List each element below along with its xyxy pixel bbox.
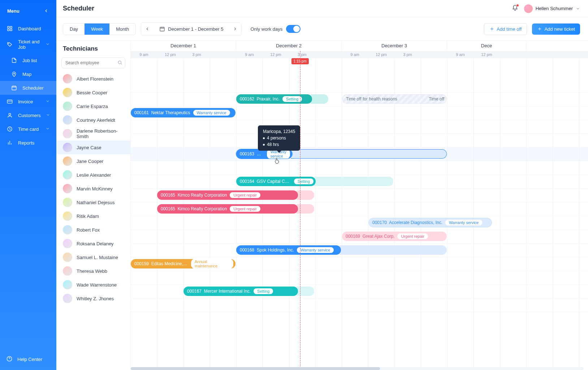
- search-icon: [117, 60, 122, 65]
- svg-rect-2: [8, 29, 9, 31]
- hour-label: 3 pm: [289, 51, 315, 58]
- avatar: [63, 88, 72, 97]
- sidebar-item-map[interactable]: Map: [0, 67, 56, 81]
- technician-row[interactable]: Jayne Case: [56, 141, 130, 154]
- cal-icon: [11, 85, 17, 91]
- search-technician-input[interactable]: [61, 57, 125, 68]
- sidebar-item-dashboard[interactable]: Dashboard: [0, 22, 56, 35]
- avatar: [63, 143, 72, 152]
- view-week-button[interactable]: Week: [85, 23, 109, 35]
- technician-row[interactable]: Carrie Esparza: [56, 99, 130, 113]
- user-menu[interactable]: Hellen Schummer: [524, 4, 580, 13]
- technician-row[interactable]: Albert Florenstein: [56, 72, 130, 86]
- ticket-bar[interactable]: 000162 Praxair, Inc.Setting: [236, 94, 312, 104]
- view-day-button[interactable]: Day: [63, 23, 85, 35]
- technician-row[interactable]: Whitley Z. Jhones: [56, 292, 130, 305]
- sidebar-item-ticketjob[interactable]: Ticket and Job: [0, 35, 56, 53]
- ticket-bar[interactable]: 000159 Editas Medicine, IncAnnual mainte…: [131, 259, 235, 268]
- sidebar-item-label: Invoice: [18, 99, 33, 104]
- technician-name: Robert Fox: [77, 227, 100, 233]
- ticket-bar[interactable]: 000165 Kimco Realty CorporationUrgent re…: [157, 190, 298, 200]
- technician-name: Courtney Akerfeldt: [77, 117, 115, 123]
- workdays-toggle[interactable]: [286, 25, 301, 33]
- add-time-off-label: Add time off: [497, 26, 522, 32]
- sidebar-item-customers[interactable]: Customers: [0, 108, 56, 122]
- timeline[interactable]: December 1December 2December 3Dece 9 am1…: [131, 41, 588, 370]
- collapse-sidebar-button[interactable]: [42, 7, 51, 15]
- technician-row[interactable]: Marvin McKinney: [56, 182, 130, 195]
- hour-label: 9 am: [447, 51, 474, 58]
- technician-name: Bessie Cooper: [77, 90, 107, 95]
- notifications-button[interactable]: [512, 5, 518, 12]
- card-icon: [7, 98, 13, 105]
- help-center-link[interactable]: Help Center: [0, 350, 56, 370]
- add-new-ticket-button[interactable]: Add new ticket: [532, 23, 580, 35]
- avatar: [63, 294, 72, 303]
- notification-dot: [516, 4, 519, 7]
- plus-icon: [537, 26, 542, 31]
- add-new-ticket-label: Add new ticket: [544, 26, 575, 32]
- technician-row[interactable]: Roksana Delaney: [56, 237, 130, 250]
- technician-row[interactable]: Theresa Webb: [56, 264, 130, 278]
- ticket-bar[interactable]: 000170 Accelerate Diagnostics, Inc.Warra…: [368, 218, 492, 227]
- ticket-bar[interactable]: Time off for health reasonsTime off: [342, 94, 447, 104]
- avatar: [524, 4, 533, 13]
- chevron-left-icon: [44, 8, 49, 13]
- ticket-bar[interactable]: 000165 Kimco Realty CorporationUrgent re…: [157, 204, 298, 214]
- timeline-scrollbar[interactable]: [131, 367, 584, 370]
- event-tag: Warranty service: [297, 247, 334, 253]
- ticket-bar[interactable]: 000168 Spok Holdings, Inc.Warranty servi…: [236, 245, 341, 255]
- technician-row[interactable]: Bessie Cooper: [56, 86, 130, 99]
- technician-row[interactable]: Robert Fox: [56, 223, 130, 237]
- avatar: [63, 266, 72, 276]
- svg-point-27: [118, 61, 121, 64]
- hour-label: 9 am: [236, 51, 263, 58]
- event-label: Time off for health reasons: [346, 96, 397, 102]
- help-center-label: Help Center: [17, 357, 42, 362]
- technician-name: Albert Florenstein: [77, 76, 113, 82]
- prev-range-button[interactable]: [141, 23, 154, 35]
- ticket-bar[interactable]: 000167 Mercer International Inc.Setting: [183, 287, 298, 296]
- technician-row[interactable]: Jane Cooper: [56, 154, 130, 168]
- avatar: [63, 156, 72, 166]
- add-time-off-button[interactable]: Add time off: [484, 23, 527, 35]
- technician-row[interactable]: Ritik Adam: [56, 209, 130, 223]
- event-label: 000165 Kimco Realty Corporation: [161, 206, 227, 211]
- hour-label: 3 pm: [183, 51, 210, 58]
- ticket-bar[interactable]: 000164 GSV Capital CorpSetting: [236, 177, 316, 186]
- event-label: 000159 Editas Medicine, Inc: [134, 261, 188, 266]
- view-month-button[interactable]: Month: [109, 23, 135, 35]
- event-tag: Setting: [254, 288, 273, 294]
- technician-row[interactable]: Courtney Akerfeldt: [56, 113, 130, 127]
- technician-row[interactable]: Darlene Robertson-Smith: [56, 127, 130, 141]
- topbar: Scheduler Hellen Schummer: [56, 0, 588, 17]
- file-icon: [11, 57, 17, 64]
- technician-name: Wade Warrenstone: [77, 282, 117, 288]
- avatar: [63, 198, 72, 207]
- sidebar-item-label: Dashboard: [18, 26, 41, 31]
- sidebar-item-joblist[interactable]: Job list: [0, 53, 56, 67]
- date-range-button[interactable]: December 1 - December 5: [154, 23, 229, 35]
- technician-row[interactable]: Leslie Alexander: [56, 168, 130, 182]
- technician-row[interactable]: Nathaniel Dejesus: [56, 195, 130, 209]
- event-tag: Urgent repair: [397, 233, 428, 239]
- day-label: December 2: [236, 41, 342, 51]
- sidebar-item-label: Customers: [18, 113, 41, 118]
- event-label: 000164 GSV Capital Corp: [240, 179, 291, 184]
- event-tooltip: Maricopa, 123454 persons48 hrs: [258, 125, 300, 151]
- next-range-button[interactable]: [229, 23, 241, 35]
- sidebar-item-timecard[interactable]: Time card: [0, 122, 56, 136]
- sidebar-item-scheduler[interactable]: Scheduler: [0, 81, 56, 95]
- technician-row[interactable]: Wade Warrenstone: [56, 278, 130, 292]
- hour-label: 9 am: [342, 51, 368, 58]
- sidebar-item-label: Reports: [18, 140, 35, 146]
- sidebar-item-invoice[interactable]: Invoice: [0, 95, 56, 108]
- workdays-label: Only work days: [250, 26, 282, 32]
- sidebar-item-reports[interactable]: Reports: [0, 136, 56, 150]
- technician-row[interactable]: Samuel L. Mustaine: [56, 250, 130, 264]
- ticket-bar[interactable]: 000169 Great Ajax Corp.Urgent repair: [342, 232, 447, 241]
- technician-name: Jayne Case: [77, 145, 101, 150]
- clock-icon: [7, 126, 13, 132]
- ticket-bar[interactable]: 000161 Nektar TherapeuticsWarranty servi…: [131, 108, 235, 117]
- event-label: 000161 Nektar Therapeutics: [134, 110, 190, 115]
